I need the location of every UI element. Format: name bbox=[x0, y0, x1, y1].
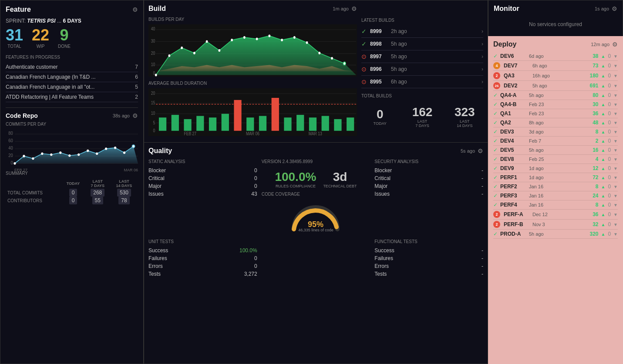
contrib-7: 55 bbox=[92, 197, 103, 204]
list-item: 2 PERF-A Dec 12 36 ▲ 0 ▼ bbox=[493, 210, 618, 220]
deploy-date: Dec 12 bbox=[532, 212, 590, 217]
deploy-down-count: 0 bbox=[608, 83, 611, 89]
code-repo-gear-icon[interactable]: ⚙ bbox=[132, 112, 138, 119]
chevron-right-icon[interactable]: › bbox=[482, 41, 483, 47]
quality-row: Success100.0% bbox=[148, 247, 257, 254]
deploy-gear-icon[interactable]: ⚙ bbox=[612, 41, 618, 48]
commits-14: 530 bbox=[117, 189, 131, 197]
deploy-down-count: 0 bbox=[608, 129, 611, 135]
svg-point-42 bbox=[231, 39, 233, 41]
chevron-right-icon[interactable]: › bbox=[482, 28, 483, 34]
svg-point-47 bbox=[293, 36, 296, 39]
down-arrow-icon: ▼ bbox=[613, 120, 618, 125]
feature-gear-icon[interactable]: ⚙ bbox=[132, 6, 138, 13]
down-arrow-icon: ▼ bbox=[613, 73, 618, 78]
functional-tests-title: FUNCTIONAL TESTS bbox=[374, 239, 483, 244]
commit-x-label-mar06: MAR 06 bbox=[124, 168, 138, 172]
feature-list: Authenticate customer 7 Canadian French … bbox=[6, 62, 138, 102]
deploy-count: 8 bbox=[596, 184, 599, 190]
chevron-right-icon[interactable]: › bbox=[482, 79, 483, 85]
code-repo-section: Code Repo 38s ago ⚙ COMMITS PER DAY bbox=[6, 107, 138, 204]
quality-middle-empty bbox=[262, 239, 370, 278]
metric-done-value: 9 bbox=[58, 27, 71, 43]
down-arrow-icon: ▼ bbox=[613, 93, 618, 98]
total-builds: 0 TODAY 162 LAST7 DAYS 323 LAST14 DAYS bbox=[361, 101, 483, 132]
monitor-gear-icon[interactable]: ⚙ bbox=[612, 5, 617, 12]
deploy-count: 38 bbox=[593, 53, 598, 59]
up-arrow-icon: ▲ bbox=[601, 73, 606, 78]
contrib-today: 0 bbox=[69, 197, 77, 204]
deploy-date: Jan 16 bbox=[529, 202, 593, 207]
deploy-down-count: 0 bbox=[608, 120, 611, 126]
deploy-count: 36 bbox=[593, 110, 598, 117]
metric-done-label: DONE bbox=[58, 44, 71, 49]
up-arrow-icon: ▲ bbox=[601, 212, 606, 217]
chevron-right-icon[interactable]: › bbox=[482, 66, 483, 72]
deploy-count: 320 bbox=[589, 231, 598, 237]
row-label-commits: TOTAL COMMITS bbox=[6, 189, 61, 197]
tech-debt: 3d TECHNICAL DEBT bbox=[323, 170, 357, 188]
quality-row: Failures- bbox=[374, 254, 483, 262]
env-name: PERF2 bbox=[500, 184, 526, 190]
down-arrow-icon: ▼ bbox=[613, 212, 618, 217]
error-icon: ⊙ bbox=[361, 78, 367, 85]
no-services-text: No services configured bbox=[494, 17, 617, 32]
deploy-down-count: 0 bbox=[608, 138, 611, 144]
success-icon: ✓ bbox=[493, 184, 498, 190]
deploy-down-count: 0 bbox=[608, 63, 611, 69]
list-item: Canadian French Language (In T&D ... 6 bbox=[6, 72, 138, 82]
list-item: ✓ PERF4 Jan 16 8 ▲ 0 ▼ bbox=[493, 200, 618, 210]
build-title: Build bbox=[148, 5, 166, 13]
monitor-header: Monitor 1s ago ⚙ bbox=[494, 5, 617, 13]
total-last14: 323 LAST14 DAYS bbox=[446, 105, 483, 128]
summary-table: TODAY LAST7 DAYS LAST14 DAYS TOTAL COMMI… bbox=[6, 178, 138, 204]
svg-point-11 bbox=[13, 162, 16, 165]
success-icon: ✓ bbox=[493, 231, 498, 237]
list-item: 2 PERF-B Nov 3 32 ▲ 0 ▼ bbox=[493, 220, 618, 230]
build-gear-icon[interactable]: ⚙ bbox=[351, 5, 357, 12]
svg-point-20 bbox=[96, 152, 98, 155]
deploy-down-count: 0 bbox=[608, 165, 611, 171]
list-item: ATDD Refactoring | All Feature Teams 2 bbox=[6, 92, 138, 102]
svg-text:40: 40 bbox=[151, 26, 155, 31]
success-icon: ✓ bbox=[361, 40, 367, 47]
up-arrow-icon: ▲ bbox=[601, 93, 606, 98]
quality-gear-icon[interactable]: ⚙ bbox=[478, 147, 483, 154]
svg-rect-76 bbox=[334, 119, 341, 131]
chevron-right-icon[interactable]: › bbox=[482, 53, 483, 60]
svg-point-45 bbox=[268, 34, 270, 37]
deploy-count: 80 bbox=[593, 92, 598, 98]
svg-point-46 bbox=[281, 39, 283, 41]
svg-text:40: 40 bbox=[8, 146, 13, 150]
down-arrow-icon: ▼ bbox=[613, 166, 618, 171]
builds-per-day-svg: 40 30 20 10 0 bbox=[148, 24, 357, 77]
static-analysis-col: STATIC ANALYSIS Blocker0 Critical0 Major… bbox=[148, 159, 257, 234]
quality-row: Errors0 bbox=[148, 262, 257, 270]
svg-rect-74 bbox=[309, 117, 317, 131]
list-item: ✓ QA4-A 5h ago 80 ▲ 0 ▼ bbox=[493, 91, 618, 100]
up-arrow-icon: ▲ bbox=[601, 120, 606, 125]
up-arrow-icon: ▲ bbox=[601, 130, 606, 134]
table-row: CONTRIBUTORS 0 55 78 bbox=[6, 197, 138, 204]
code-repo-time: 38s ago bbox=[113, 113, 130, 118]
down-arrow-icon: ▼ bbox=[613, 184, 618, 189]
svg-rect-71 bbox=[272, 98, 279, 131]
rules-compliance: 100.0% RULES COMPLIANCE bbox=[275, 170, 316, 188]
svg-point-38 bbox=[181, 47, 183, 49]
env-name: PERF4 bbox=[500, 202, 526, 208]
success-icon: ✓ bbox=[493, 101, 498, 107]
deploy-count: 2 bbox=[596, 138, 599, 144]
avg-build-label: AVERAGE BUILD DURATION bbox=[148, 81, 357, 86]
up-arrow-icon: ▲ bbox=[601, 194, 606, 198]
svg-point-51 bbox=[343, 62, 346, 65]
svg-rect-63 bbox=[172, 115, 179, 131]
svg-point-44 bbox=[256, 38, 258, 40]
list-item: ✓ QA2 8h ago 48 ▲ 0 ▼ bbox=[493, 118, 618, 127]
deploy-time: 12m ago bbox=[591, 42, 610, 47]
metric-total-value: 31 bbox=[6, 27, 23, 43]
contrib-14: 78 bbox=[118, 197, 129, 204]
deploy-date: 16h ago bbox=[532, 73, 587, 78]
features-in-progress-label: FEATURES IN PROGRESS bbox=[6, 55, 138, 60]
success-icon: ✓ bbox=[493, 92, 498, 98]
svg-text:20: 20 bbox=[8, 153, 13, 158]
